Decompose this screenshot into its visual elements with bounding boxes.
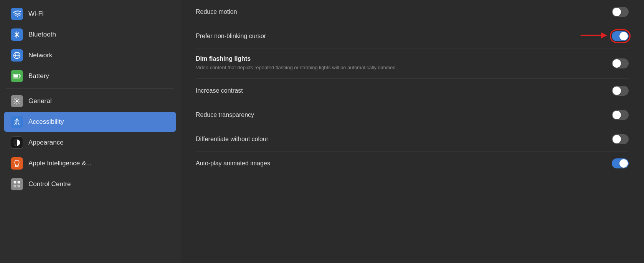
- svg-rect-13: [18, 185, 20, 188]
- settings-row-increase-contrast: Increase contrast: [196, 79, 629, 103]
- settings-row-differentiate-without-colour: Differentiate without colour: [196, 127, 629, 151]
- settings-row-title-prefer-non-blinking-cursor: Prefer non-blinking cursor: [196, 33, 596, 40]
- settings-row-left-reduce-transparency: Reduce transparency: [196, 112, 612, 118]
- apple-intelligence-icon: [11, 157, 23, 170]
- toggle-knob-dim-flashing-lights: [613, 59, 621, 68]
- sidebar-item-network[interactable]: Network: [4, 45, 176, 65]
- settings-row-title-reduce-motion: Reduce motion: [196, 8, 596, 15]
- svg-rect-12: [14, 185, 17, 188]
- wifi-icon: [11, 8, 23, 20]
- settings-row-right-reduce-motion: [612, 7, 629, 17]
- toggle-increase-contrast[interactable]: [612, 86, 629, 96]
- control-centre-icon: [11, 178, 23, 190]
- sidebar-item-label-general: General: [28, 97, 51, 105]
- sidebar-item-label-apple-intelligence: Apple Intelligence &...: [28, 160, 91, 167]
- settings-row-title-increase-contrast: Increase contrast: [196, 87, 596, 94]
- settings-row-reduce-motion: Reduce motion: [196, 0, 629, 24]
- settings-row-desc-dim-flashing-lights: Video content that depicts repeated flas…: [196, 64, 487, 72]
- bluetooth-icon: [11, 28, 23, 41]
- sidebar-item-apple-intelligence[interactable]: Apple Intelligence &...: [4, 153, 176, 173]
- settings-row-left-dim-flashing-lights: Dim flashing lightsVideo content that de…: [196, 55, 612, 72]
- settings-row-left-prefer-non-blinking-cursor: Prefer non-blinking cursor: [196, 33, 612, 40]
- sidebar-item-battery[interactable]: Battery: [4, 66, 176, 86]
- sidebar-item-wifi[interactable]: Wi-Fi: [4, 4, 176, 24]
- toggle-knob-differentiate-without-colour: [613, 135, 621, 143]
- settings-row-title-dim-flashing-lights: Dim flashing lights: [196, 55, 596, 62]
- network-icon: [11, 49, 23, 62]
- svg-point-6: [16, 100, 18, 102]
- battery-icon: [11, 70, 23, 82]
- toggle-dim-flashing-lights[interactable]: [612, 58, 629, 68]
- toggle-differentiate-without-colour[interactable]: [612, 134, 629, 144]
- settings-row-prefer-non-blinking-cursor: Prefer non-blinking cursor: [196, 24, 629, 48]
- sidebar-item-label-accessibility: Accessibility: [28, 118, 64, 126]
- sidebar-item-bluetooth[interactable]: Bluetooth: [4, 25, 176, 45]
- sidebar-item-general[interactable]: General: [4, 91, 176, 111]
- settings-row-left-differentiate-without-colour: Differentiate without colour: [196, 136, 612, 143]
- svg-point-7: [16, 118, 18, 120]
- sidebar-divider: [6, 88, 174, 89]
- settings-row-right-prefer-non-blinking-cursor: [612, 31, 629, 41]
- svg-rect-10: [14, 181, 17, 184]
- settings-row-right-auto-play-animated-images: [612, 158, 629, 168]
- toggle-reduce-transparency[interactable]: [612, 110, 629, 120]
- svg-point-0: [17, 16, 18, 17]
- main-content: Reduce motionPrefer non-blinking cursor …: [180, 0, 644, 263]
- settings-row-reduce-transparency: Reduce transparency: [196, 103, 629, 127]
- sidebar-item-label-control-centre: Control Centre: [28, 180, 71, 188]
- toggle-knob-reduce-transparency: [613, 111, 621, 119]
- sidebar: Wi-FiBluetoothNetworkBatteryGeneralAcces…: [0, 0, 180, 263]
- settings-row-right-differentiate-without-colour: [612, 134, 629, 144]
- settings-row-left-reduce-motion: Reduce motion: [196, 8, 612, 15]
- accessibility-icon: [11, 116, 23, 128]
- general-icon: [11, 95, 23, 107]
- settings-row-title-reduce-transparency: Reduce transparency: [196, 112, 596, 118]
- toggle-knob-reduce-motion: [613, 8, 621, 16]
- red-arrow-indicator: [577, 28, 608, 45]
- settings-row-right-increase-contrast: [612, 86, 629, 96]
- settings-row-auto-play-animated-images: Auto-play animated images: [196, 151, 629, 175]
- sidebar-item-label-wifi: Wi-Fi: [28, 10, 44, 18]
- sidebar-item-label-appearance: Appearance: [28, 139, 64, 146]
- toggle-auto-play-animated-images[interactable]: [612, 158, 629, 168]
- svg-marker-15: [601, 32, 607, 38]
- toggle-knob-increase-contrast: [613, 87, 621, 95]
- settings-row-left-increase-contrast: Increase contrast: [196, 87, 612, 94]
- sidebar-item-label-bluetooth: Bluetooth: [28, 31, 56, 38]
- toggle-knob-prefer-non-blinking-cursor: [619, 32, 628, 40]
- settings-row-title-auto-play-animated-images: Auto-play animated images: [196, 160, 596, 167]
- sidebar-item-label-network: Network: [28, 52, 52, 59]
- settings-row-right-dim-flashing-lights: [612, 58, 629, 68]
- settings-row-dim-flashing-lights: Dim flashing lightsVideo content that de…: [196, 48, 629, 79]
- toggle-reduce-motion[interactable]: [612, 7, 629, 17]
- sidebar-item-label-battery: Battery: [28, 72, 49, 80]
- settings-row-title-differentiate-without-colour: Differentiate without colour: [196, 136, 596, 143]
- toggle-prefer-non-blinking-cursor[interactable]: [612, 31, 629, 41]
- appearance-icon: [11, 136, 23, 149]
- svg-rect-11: [18, 181, 20, 184]
- sidebar-item-accessibility[interactable]: Accessibility: [4, 112, 176, 132]
- sidebar-item-control-centre[interactable]: Control Centre: [4, 174, 176, 194]
- sidebar-item-appearance[interactable]: Appearance: [4, 133, 176, 153]
- settings-row-right-reduce-transparency: [612, 110, 629, 120]
- svg-rect-5: [14, 75, 18, 78]
- toggle-knob-auto-play-animated-images: [619, 159, 628, 168]
- settings-row-left-auto-play-animated-images: Auto-play animated images: [196, 160, 612, 167]
